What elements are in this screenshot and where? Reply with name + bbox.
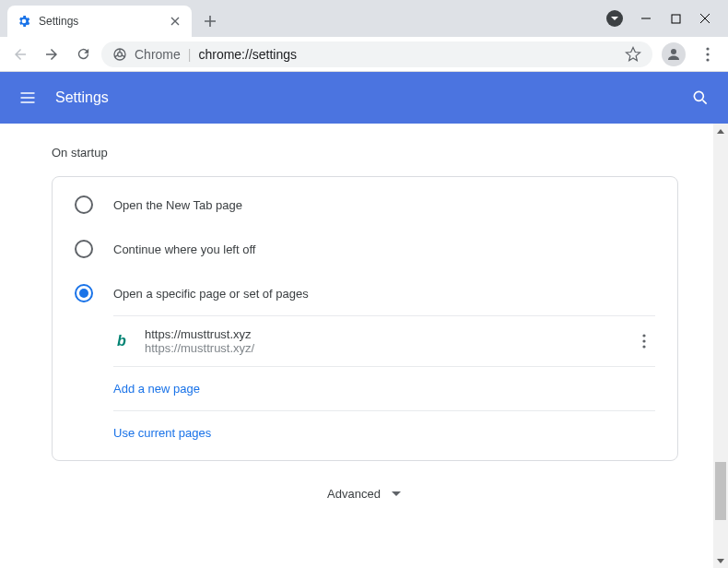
chevron-down-icon bbox=[392, 491, 401, 497]
chrome-icon bbox=[112, 47, 127, 62]
svg-point-10 bbox=[642, 345, 645, 348]
svg-point-5 bbox=[706, 53, 709, 55]
forward-button[interactable] bbox=[39, 41, 65, 67]
site-favicon-icon: b bbox=[113, 333, 130, 349]
scroll-track[interactable] bbox=[713, 138, 728, 553]
radio-icon bbox=[75, 240, 93, 258]
profile-avatar[interactable] bbox=[662, 42, 686, 66]
hamburger-icon[interactable] bbox=[18, 89, 37, 107]
browser-tab[interactable]: Settings bbox=[7, 6, 192, 37]
page-title: Settings bbox=[55, 89, 109, 106]
list-item: b https://musttrust.xyz https://musttrus… bbox=[113, 316, 655, 366]
reload-button[interactable] bbox=[70, 41, 96, 67]
radio-new-tab[interactable]: Open the New Tab page bbox=[53, 183, 677, 227]
window-controls bbox=[590, 0, 728, 37]
section-title: On startup bbox=[52, 146, 699, 160]
bookmark-star-icon[interactable] bbox=[625, 46, 641, 63]
radio-label: Continue where you left off bbox=[113, 243, 255, 256]
omnibox-origin: Chrome bbox=[135, 47, 181, 62]
radio-icon bbox=[75, 284, 93, 302]
advanced-toggle[interactable]: Advanced bbox=[29, 487, 699, 501]
svg-rect-0 bbox=[672, 15, 680, 23]
scroll-up-icon[interactable] bbox=[713, 124, 728, 138]
page-name: https://musttrust.xyz bbox=[145, 327, 618, 341]
radio-icon bbox=[75, 195, 93, 214]
advanced-label: Advanced bbox=[327, 487, 381, 501]
radio-specific-pages[interactable]: Open a specific page or set of pages bbox=[53, 271, 677, 315]
settings-header: Settings bbox=[0, 72, 728, 124]
omnibox-divider: | bbox=[188, 47, 192, 62]
svg-point-3 bbox=[671, 49, 676, 54]
omnibox-url: chrome://settings bbox=[198, 47, 297, 62]
page-url: https://musttrust.xyz/ bbox=[145, 341, 618, 355]
radio-label: Open the New Tab page bbox=[113, 198, 242, 212]
main-menu-button[interactable] bbox=[695, 41, 721, 67]
window-titlebar: Settings bbox=[0, 0, 728, 37]
user-indicator-icon[interactable] bbox=[606, 10, 623, 27]
window-close-button[interactable] bbox=[699, 12, 711, 25]
startup-card: Open the New Tab page Continue where you… bbox=[52, 176, 678, 461]
svg-point-4 bbox=[706, 47, 709, 50]
svg-point-7 bbox=[694, 91, 703, 101]
radio-label: Open a specific page or set of pages bbox=[113, 287, 309, 301]
new-tab-button[interactable] bbox=[197, 8, 223, 34]
toolbar: Chrome | chrome://settings bbox=[0, 37, 728, 72]
address-bar[interactable]: Chrome | chrome://settings bbox=[101, 41, 652, 67]
svg-point-6 bbox=[706, 58, 709, 61]
use-current-pages-link[interactable]: Use current pages bbox=[113, 410, 655, 455]
radio-continue[interactable]: Continue where you left off bbox=[53, 227, 677, 271]
page-item-menu[interactable] bbox=[633, 334, 655, 349]
vertical-scrollbar[interactable] bbox=[713, 124, 728, 568]
maximize-button[interactable] bbox=[669, 12, 682, 25]
add-page-link[interactable]: Add a new page bbox=[113, 366, 655, 410]
tab-title: Settings bbox=[39, 15, 160, 28]
search-icon[interactable] bbox=[691, 89, 710, 107]
scroll-thumb[interactable] bbox=[715, 462, 726, 520]
svg-point-2 bbox=[118, 52, 123, 56]
close-icon[interactable] bbox=[168, 14, 182, 29]
minimize-button[interactable] bbox=[640, 12, 652, 25]
startup-page-list: b https://musttrust.xyz https://musttrus… bbox=[113, 315, 655, 455]
svg-point-9 bbox=[642, 339, 645, 342]
gear-icon bbox=[17, 14, 31, 29]
svg-point-8 bbox=[642, 334, 645, 337]
back-button[interactable] bbox=[7, 41, 33, 67]
scroll-down-icon[interactable] bbox=[713, 553, 728, 568]
